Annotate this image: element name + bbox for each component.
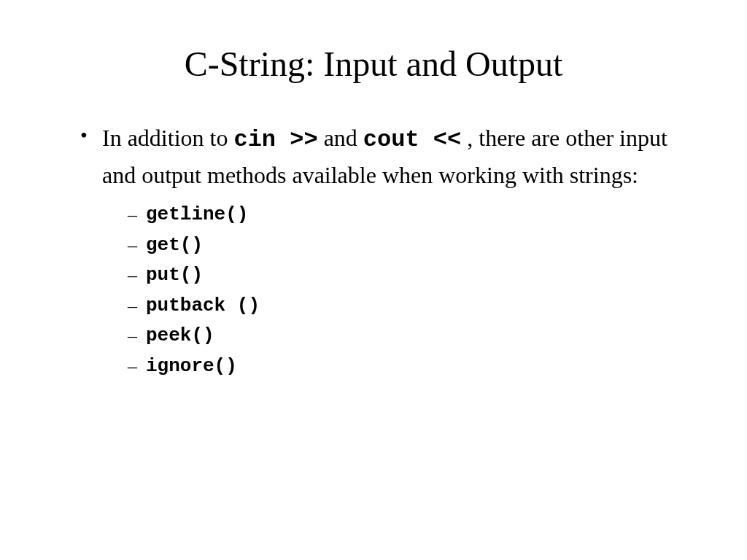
main-list: In addition to cin >> and cout << , ther… (58, 120, 689, 382)
method-item: putback () (128, 291, 689, 322)
bullet-text-prefix: In addition to (102, 125, 233, 151)
method-item: peek() (128, 321, 689, 351)
code-cout: cout << (363, 126, 461, 153)
method-item: ignore() (128, 351, 689, 382)
slide-title: C-String: Input and Output (58, 44, 689, 84)
method-item: put() (128, 260, 689, 291)
code-cin: cin >> (233, 126, 317, 153)
method-item: getline() (128, 200, 689, 230)
main-bullet: In addition to cin >> and cout << , ther… (80, 120, 689, 382)
bullet-text-mid: and (318, 125, 363, 151)
method-list: getline() get() put() putback () peek() … (102, 200, 689, 382)
method-item: get() (128, 230, 689, 261)
